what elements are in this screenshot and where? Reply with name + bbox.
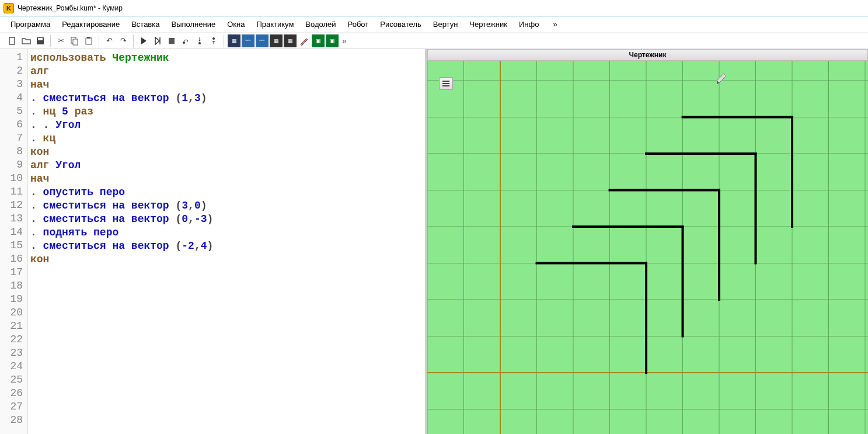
editor-pane: 1234567891011121314151617181920212223242…	[0, 49, 427, 434]
code-editor[interactable]: 1234567891011121314151617181920212223242…	[0, 49, 425, 434]
svg-rect-2	[38, 38, 43, 40]
menu-vodoley[interactable]: Водолей	[301, 18, 340, 30]
menu-windows[interactable]: Окна	[222, 18, 249, 30]
svg-rect-5	[86, 38, 92, 44]
tool-e-icon[interactable]: ▦	[284, 34, 297, 47]
step-over-icon[interactable]	[179, 34, 192, 47]
tool-d-icon[interactable]: ▦	[270, 34, 283, 47]
menu-edit[interactable]: Редактирование	[57, 18, 124, 30]
menu-info[interactable]: Инфо	[514, 18, 543, 30]
open-file-icon[interactable]	[20, 34, 33, 47]
drawing-canvas[interactable]	[427, 61, 868, 434]
canvas-title: Чертежник	[427, 49, 868, 61]
undo-icon[interactable]: ↶	[103, 34, 116, 47]
run-icon[interactable]	[137, 34, 150, 47]
menu-execute[interactable]: Выполнение	[166, 18, 220, 30]
step-icon[interactable]	[151, 34, 164, 47]
window-title: Чертежник_Ромбы.kum* - Кумир	[18, 4, 123, 12]
svg-rect-0	[9, 37, 15, 44]
titlebar: K Чертежник_Ромбы.kum* - Кумир	[0, 0, 868, 16]
svg-rect-8	[169, 38, 175, 44]
tool-f-icon[interactable]	[298, 34, 311, 47]
main-split: 1234567891011121314151617181920212223242…	[0, 49, 868, 434]
menu-program[interactable]: Программа	[6, 18, 55, 30]
canvas-pane: Чертежник	[427, 49, 868, 434]
code-area[interactable]: использовать Чертежникалгнач. сместиться…	[28, 49, 425, 434]
save-file-icon[interactable]	[34, 34, 47, 47]
tool-h-icon[interactable]: ▣	[326, 34, 339, 47]
grid-svg	[427, 61, 868, 434]
step-into-icon[interactable]	[193, 34, 206, 47]
svg-point-11	[212, 37, 215, 40]
new-file-icon[interactable]	[6, 34, 19, 47]
menu-overflow[interactable]: »	[548, 18, 562, 30]
menu-draftsman[interactable]: Чертежник	[465, 18, 512, 30]
svg-point-10	[198, 42, 201, 44]
step-out-icon[interactable]	[207, 34, 220, 47]
stop-icon[interactable]	[165, 34, 178, 47]
copy-icon[interactable]	[68, 34, 81, 47]
tool-g-icon[interactable]: ▣	[312, 34, 325, 47]
menubar: Программа Редактирование Вставка Выполне…	[0, 16, 868, 33]
tool-a-icon[interactable]: ▦	[228, 34, 240, 47]
app-icon: K	[4, 3, 14, 13]
toolbar: ✂ ↶ ↷ ▦ 〰 〰 ▦ ▦ ▣ ▣ »	[0, 33, 868, 49]
redo-icon[interactable]: ↷	[117, 34, 130, 47]
menu-vertun[interactable]: Вертун	[428, 18, 463, 30]
menu-practicum[interactable]: Практикум	[252, 18, 298, 30]
canvas-title-label: Чертежник	[629, 51, 667, 59]
menu-insert[interactable]: Вставка	[127, 18, 164, 30]
paste-icon[interactable]	[82, 34, 95, 47]
toolbar-overflow[interactable]: »	[342, 36, 347, 46]
line-gutter: 1234567891011121314151617181920212223242…	[0, 49, 28, 434]
menu-robot[interactable]: Робот	[343, 18, 374, 30]
canvas-menu-button[interactable]	[439, 77, 453, 90]
svg-point-9	[183, 41, 185, 44]
menu-drawer[interactable]: Рисователь	[375, 18, 426, 30]
tool-b-icon[interactable]: 〰	[242, 34, 255, 47]
svg-rect-6	[87, 37, 90, 39]
tool-c-icon[interactable]: 〰	[256, 34, 269, 47]
cut-icon[interactable]: ✂	[54, 34, 67, 47]
svg-rect-4	[73, 39, 78, 45]
